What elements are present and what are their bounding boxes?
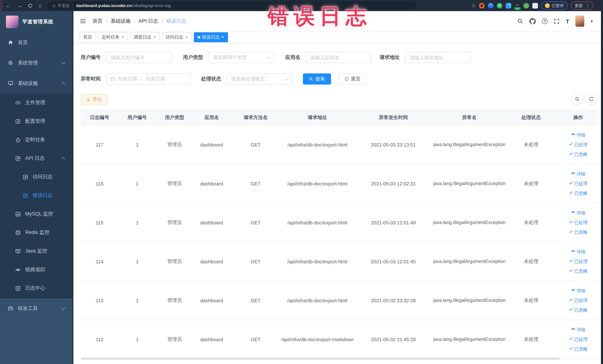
sidebar-item-12[interactable]: 链路追踪 [0, 260, 72, 279]
breadcrumb-home[interactable]: 首页 [93, 18, 103, 24]
mark-ignored-link[interactable]: 已忽略 [557, 227, 600, 237]
tab-2[interactable]: 调度日志× [130, 32, 160, 42]
column-header: 异常发生时间 [353, 110, 433, 125]
sidebar-item-1[interactable]: 系统管理 [0, 53, 72, 73]
sidebar-item-13[interactable]: 日志中心 [0, 279, 72, 297]
sidebar-item-9[interactable]: MySQL 监控 [0, 205, 72, 223]
app-logo[interactable] [6, 15, 19, 28]
sidebar-item-6[interactable]: API 日志 [0, 149, 72, 168]
forward-icon[interactable]: → [17, 3, 22, 8]
window-scrollbar[interactable] [601, 11, 603, 364]
browser-update-pill[interactable]: 更新 ⋮ [571, 1, 593, 10]
detail-link[interactable]: 详细 [557, 169, 600, 179]
paused-label: 已暂停 [552, 3, 564, 8]
tab-4-active[interactable]: 错误日志× [194, 32, 228, 42]
extensions-paused-pill[interactable]: 已暂停 [541, 1, 568, 10]
sidebar-item-14[interactable]: 研发工具 [0, 298, 72, 318]
search-button[interactable]: 搜索 [303, 73, 331, 84]
mark-processed-link[interactable]: 已处理 [557, 295, 600, 305]
user-id-input[interactable] [106, 52, 172, 63]
table-header-row: 日志编号用户编号用户类型应用名请求方法名请求地址异常发生时间异常名处理状态操作 [81, 110, 600, 125]
user-menu-caret-icon[interactable]: ▾ [591, 19, 593, 23]
help-icon[interactable]: ? [542, 18, 548, 24]
home-icon [7, 40, 13, 45]
process-status-select[interactable]: 请选择处理状态 [226, 73, 292, 84]
bookmark-star-icon[interactable]: ☆ [471, 3, 476, 8]
close-icon[interactable]: × [185, 35, 188, 39]
mark-ignored-link[interactable]: 已忽略 [557, 188, 600, 198]
breadcrumb-infra[interactable]: 基础设施 [111, 18, 131, 24]
close-icon[interactable]: × [221, 35, 224, 39]
browser-home-icon[interactable]: ⌂ [39, 3, 42, 8]
font-size-icon[interactable]: T [566, 18, 569, 24]
back-icon[interactable]: ← [6, 3, 11, 8]
user-type-select[interactable]: 请选择用户类型 [208, 52, 274, 63]
sidebar-item-3[interactable]: 文件管理 [0, 94, 72, 112]
tab-0[interactable]: 首页 [80, 32, 96, 42]
github-icon[interactable] [530, 18, 536, 24]
extensions-puzzle-icon[interactable] [532, 3, 538, 8]
table-row: 1151管理员dashboardGET/api/infra/db-doc/exp… [81, 203, 600, 242]
extension-shield-icon[interactable] [488, 3, 493, 8]
mark-ignored-link[interactable]: 已忽略 [557, 344, 600, 354]
close-icon[interactable]: × [121, 35, 124, 39]
table-row: 1141管理员dashboardGET/api/infra/db-doc/exp… [81, 242, 600, 281]
extension-orange-icon[interactable] [479, 3, 485, 8]
address-bar[interactable]: ⚠ 不安全 dashboard.yudao.iocoder.cn/infra/l… [48, 1, 417, 10]
detail-link[interactable]: 详细 [557, 286, 600, 295]
app-logo-row[interactable]: 芋道管理系统 [0, 11, 72, 32]
mark-ignored-link[interactable]: 已忽略 [557, 266, 600, 276]
breadcrumb-separator: / [106, 18, 107, 24]
tab-3[interactable]: 访问日志× [162, 32, 191, 42]
sidebar-fold-icon[interactable] [80, 18, 86, 24]
export-button[interactable]: 导出 [81, 94, 107, 105]
search-toggle-button[interactable] [571, 93, 583, 105]
mark-ignored-link[interactable]: 已忽略 [557, 305, 600, 315]
tab-1[interactable]: 定时任务× [98, 32, 128, 42]
mark-processed-link[interactable]: 已处理 [557, 179, 600, 188]
breadcrumb: 首页 / 基础设施 / API 日志 / 错误日志 [93, 18, 186, 24]
extension-equalizer-icon[interactable]: on [515, 3, 520, 8]
extension-plant-icon[interactable] [523, 3, 529, 8]
reset-button[interactable]: 重置 [338, 73, 366, 84]
tags-view-bar: 首页定时任务×调度日志×访问日志×错误日志× [73, 31, 603, 43]
detail-link[interactable]: 详细 [557, 130, 600, 140]
refresh-button[interactable] [585, 93, 597, 105]
security-label[interactable]: 不安全 [58, 3, 70, 8]
search-icon[interactable] [517, 18, 523, 24]
action-label: 已处理 [574, 140, 588, 150]
java-monitor-icon [15, 248, 21, 254]
detail-link[interactable]: 详细 [557, 208, 600, 218]
sidebar-item-8[interactable]: 错误日志 [0, 186, 72, 205]
log-center-icon [15, 285, 21, 291]
reload-icon[interactable] [28, 3, 33, 8]
detail-link[interactable]: 详细 [557, 325, 600, 335]
sidebar-item-10[interactable]: Redis 监控 [0, 223, 72, 242]
sidebar-item-11[interactable]: Java 监控 [0, 242, 72, 260]
horizontal-scrollbar[interactable] [81, 357, 560, 360]
mark-ignored-link[interactable]: 已忽略 [557, 150, 600, 159]
redis-db-icon [15, 230, 21, 235]
request-url-input[interactable] [405, 52, 471, 63]
user-avatar[interactable] [576, 16, 584, 27]
extension-grid-icon[interactable] [506, 3, 511, 8]
reset-button-label: 重置 [351, 76, 360, 82]
sidebar-item-4[interactable]: 配置管理 [0, 112, 72, 130]
exception-time-range-input[interactable]: 开始日期 ~ 结束日期 [106, 73, 190, 84]
mark-processed-link[interactable]: 已处理 [557, 257, 600, 266]
fullscreen-icon[interactable] [554, 18, 560, 24]
sidebar-item-5[interactable]: 定时任务 [0, 130, 72, 149]
breadcrumb-api-log[interactable]: API 日志 [139, 18, 158, 24]
mark-processed-link[interactable]: 已处理 [557, 218, 600, 227]
chevron-down-icon [61, 305, 65, 310]
sidebar-item-2[interactable]: 基础设施 [0, 73, 72, 94]
mark-processed-link[interactable]: 已处理 [557, 335, 600, 344]
close-icon[interactable]: × [153, 35, 156, 39]
extension-green-v-icon[interactable]: V [497, 3, 502, 8]
sidebar-item-7[interactable]: 访问日志 [0, 168, 72, 186]
app-name-input[interactable] [305, 52, 371, 63]
mark-processed-link[interactable]: 已处理 [557, 140, 600, 150]
kebab-menu-icon[interactable]: ⋮ [585, 3, 590, 8]
detail-link[interactable]: 详细 [557, 247, 600, 257]
sidebar-item-0[interactable]: 首页 [0, 32, 72, 53]
